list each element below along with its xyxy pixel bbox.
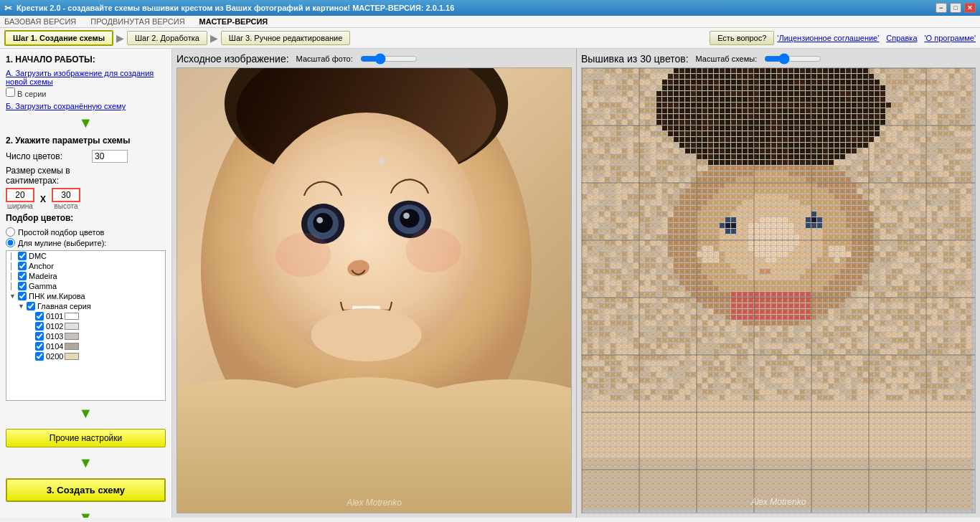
radio-muline-item: Для мулине (выберите): <box>6 238 166 247</box>
right-scale-label: Масштаб схемы: <box>696 54 758 63</box>
close-button[interactable]: ✕ <box>964 3 976 13</box>
height-label: высота <box>52 202 80 210</box>
center-scale-slider[interactable] <box>360 53 418 65</box>
swatch-0101 <box>65 313 79 320</box>
expand-icon-dmc: │ <box>9 252 18 260</box>
size-inputs: ширина X высота <box>6 188 166 210</box>
right-image-container: Alex Motrenko <box>581 67 976 513</box>
height-input[interactable] <box>52 188 80 202</box>
center-header: Исходное изображение: Масштаб фото: <box>176 53 572 65</box>
center-panel: Исходное изображение: Масштаб фото: <box>172 49 576 518</box>
expand-icon-anchor: │ <box>9 262 18 270</box>
checkbox-0102[interactable] <box>35 322 44 331</box>
versionbar: БАЗОВАЯ ВЕРСИЯ ПРОДВИНУТАЯ ВЕРСИЯ МАСТЕР… <box>0 16 980 28</box>
about-link[interactable]: 'О программе' <box>925 34 976 42</box>
checkbox-0200[interactable] <box>35 352 44 361</box>
colors-label: Число цветов: <box>6 151 92 161</box>
step3-button[interactable]: Шаг 3. Ручное редактирование <box>221 31 351 45</box>
section2-title: 2. Укажите параметры схемы <box>6 136 166 146</box>
expand-icon-gamma: │ <box>9 283 18 290</box>
arrow-down-3: ▼ <box>6 455 166 471</box>
watermark: Alex Motrenko <box>751 497 806 507</box>
titlebar: ✂ Крестик 2.0 - создавайте схемы вышивки… <box>0 0 980 16</box>
tree-item-madeira[interactable]: │ Madeira <box>6 271 165 281</box>
arrow-down-2: ▼ <box>6 405 166 422</box>
load-saved-link[interactable]: Б. Загрузить сохранённую схему <box>6 102 166 110</box>
tree-item-dmc[interactable]: │ DMC <box>6 251 165 261</box>
help-link[interactable]: Справка <box>886 34 917 42</box>
label-0102: 0102 <box>46 322 63 331</box>
left-panel: 1. НАЧАЛО РАБОТЫ: А. Загрузить изображен… <box>0 49 172 518</box>
label-gamma: Gamma <box>29 282 57 290</box>
label-anchor: Anchor <box>29 262 54 270</box>
thread-tree[interactable]: │ DMC │ Anchor │ Madeira │ Gamma ▼ <box>6 250 166 401</box>
checkbox-main-series[interactable] <box>27 302 35 310</box>
checkbox-0101[interactable] <box>35 312 44 321</box>
tree-item-pnk[interactable]: ▼ ПНК им.Кирова <box>6 291 165 301</box>
label-0104: 0104 <box>46 342 63 351</box>
arrow-down-4: ▼ <box>6 509 166 518</box>
minimize-button[interactable]: − <box>936 3 947 13</box>
top-links: 'Лицензионное соглашение' Справка 'О про… <box>777 34 976 42</box>
radio-simple-label: Простой подбор цветов <box>18 228 104 237</box>
swatch-0104 <box>65 343 79 350</box>
colors-input[interactable] <box>92 150 128 163</box>
checkbox-dmc[interactable] <box>18 252 27 260</box>
step2-button[interactable]: Шаг 2. Доработка <box>127 31 207 45</box>
tree-item-0103[interactable]: 0103 <box>6 331 165 341</box>
tree-item-gamma[interactable]: │ Gamma <box>6 281 165 291</box>
tree-item-0102[interactable]: 0102 <box>6 321 165 331</box>
cross-stitch-canvas <box>582 68 975 513</box>
titlebar-title: Крестик 2.0 - создавайте схемы вышивки к… <box>17 4 454 12</box>
checkbox-0104[interactable] <box>35 342 44 351</box>
arrow-down-1: ▼ <box>6 115 166 131</box>
in-series-label: В серии <box>6 90 46 98</box>
other-settings-button[interactable]: Прочие настройки <box>6 429 166 447</box>
load-new-link[interactable]: А. Загрузить изображение для создания но… <box>6 69 166 86</box>
license-link[interactable]: 'Лицензионное соглашение' <box>777 34 879 42</box>
checkbox-gamma[interactable] <box>18 282 27 290</box>
checkbox-anchor[interactable] <box>18 262 27 270</box>
label-main-series: Главная серия <box>37 302 91 310</box>
size-label: Размер схемы в сантиметрах: <box>6 166 92 186</box>
checkbox-0103[interactable] <box>35 332 44 341</box>
arrow-1: ▶ <box>116 32 124 44</box>
right-title: Вышивка из 30 цветов: <box>581 53 689 65</box>
center-image-container <box>176 67 572 513</box>
checkbox-madeira[interactable] <box>18 272 27 280</box>
checkbox-pnk[interactable] <box>18 292 27 300</box>
maximize-button[interactable]: □ <box>950 3 961 13</box>
tree-item-main-series[interactable]: ▼ Главная серия <box>6 301 165 311</box>
size-section: Размер схемы в сантиметрах: ширина X выс… <box>6 166 166 210</box>
tree-item-0200[interactable]: 0200 <box>6 351 165 361</box>
width-label: ширина <box>6 202 34 210</box>
right-panel: Вышивка из 30 цветов: Масштаб схемы: Ale… <box>577 49 980 518</box>
tree-item-0104[interactable]: 0104 <box>6 341 165 351</box>
radio-simple[interactable] <box>6 227 15 237</box>
x-label: X <box>40 194 46 204</box>
swatch-0103 <box>65 333 79 340</box>
center-scale-label: Масштаб фото: <box>296 54 353 63</box>
label-0200: 0200 <box>46 352 63 361</box>
width-input[interactable] <box>6 188 34 202</box>
version-master[interactable]: МАСТЕР-ВЕРСИЯ <box>199 17 268 26</box>
right-scale-slider[interactable] <box>764 53 821 65</box>
height-group: высота <box>52 188 80 210</box>
version-basic[interactable]: БАЗОВАЯ ВЕРСИЯ <box>4 17 76 26</box>
help-button[interactable]: Есть вопрос? <box>710 31 774 45</box>
right-header: Вышивка из 30 цветов: Масштаб схемы: <box>581 53 976 65</box>
version-advanced[interactable]: ПРОДВИНУТАЯ ВЕРСИЯ <box>90 17 184 26</box>
tree-item-anchor[interactable]: │ Anchor <box>6 261 165 271</box>
radio-simple-item: Простой подбор цветов <box>6 227 166 237</box>
expand-icon-madeira: │ <box>9 272 18 280</box>
step1-button[interactable]: Шаг 1. Создание схемы <box>4 30 113 46</box>
tree-item-0101[interactable]: 0101 <box>6 311 165 321</box>
app-icon: ✂ <box>4 3 12 14</box>
create-scheme-button[interactable]: 3. Создать схему <box>6 478 166 502</box>
radio-muline[interactable] <box>6 238 15 247</box>
width-group: ширина <box>6 188 34 210</box>
swatch-0102 <box>65 323 79 330</box>
swatch-0200 <box>65 353 79 360</box>
in-series-checkbox[interactable] <box>6 87 15 97</box>
expand-icon-main-series: ▼ <box>18 303 27 310</box>
